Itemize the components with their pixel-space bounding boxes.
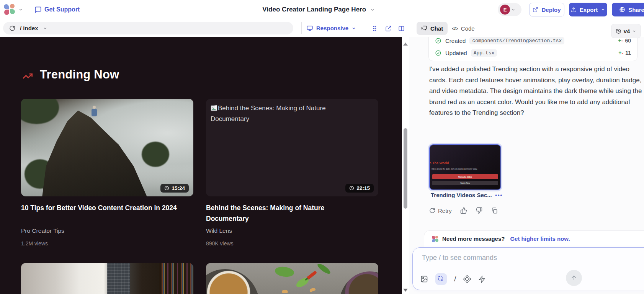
device-mode-label: Responsive bbox=[316, 25, 348, 31]
app-logo-icon bbox=[432, 236, 438, 242]
version-caption[interactable]: Trending Videos Sec... bbox=[431, 192, 492, 198]
chat-input[interactable] bbox=[422, 254, 598, 262]
components-diamond-icon[interactable] bbox=[463, 275, 471, 283]
project-title-group[interactable]: Video Creator Landing Page Hero bbox=[262, 0, 375, 19]
app-window: Get Support Video Creator Landing Page H… bbox=[0, 0, 644, 294]
food-photo bbox=[206, 263, 378, 294]
video-card-thumbnail-partial[interactable] bbox=[206, 263, 378, 294]
upload-icon bbox=[571, 7, 577, 13]
thumbs-down-icon[interactable] bbox=[476, 207, 482, 214]
device-mode-select[interactable]: Responsive bbox=[306, 22, 356, 34]
video-title[interactable]: Behind the Scenes: Making of Nature Docu… bbox=[206, 203, 367, 224]
lightning-icon[interactable] bbox=[478, 276, 485, 283]
video-card-thumbnail-partial[interactable] bbox=[21, 263, 193, 294]
change-action: Updated bbox=[445, 50, 467, 56]
file-change-card: Created components/TrendingSection.tsx +… bbox=[428, 37, 637, 61]
ellipsis-menu-icon[interactable]: ••• bbox=[495, 192, 503, 198]
monitor-icon bbox=[306, 25, 313, 32]
trending-up-icon bbox=[22, 71, 33, 82]
video-title[interactable]: 10 Tips for Better Video Content Creatio… bbox=[21, 203, 182, 213]
mountain-photo bbox=[21, 99, 193, 196]
trending-section-header: Trending Now bbox=[22, 68, 119, 82]
thumbs-up-icon[interactable] bbox=[460, 207, 467, 214]
upgrade-link[interactable]: Get higher limits now. bbox=[510, 235, 570, 242]
version-chevron-down-icon bbox=[632, 29, 636, 33]
version-label: v4 bbox=[624, 28, 630, 34]
split-view-icon[interactable] bbox=[397, 24, 406, 33]
broken-image-icon bbox=[211, 105, 217, 111]
version-caption-row: Trending Videos Sec... ••• bbox=[431, 192, 503, 198]
project-title: Video Creator Landing Page Hero bbox=[262, 6, 366, 13]
duration-badge: 15:24 bbox=[160, 184, 189, 193]
refresh-icon[interactable] bbox=[9, 25, 15, 31]
slash-command-icon[interactable]: / bbox=[454, 275, 456, 283]
file-name: components/TrendingSection.tsx bbox=[469, 37, 564, 44]
panel-divider bbox=[409, 19, 409, 37]
open-in-new-tab-icon[interactable] bbox=[384, 24, 393, 33]
video-channel: Wild Lens bbox=[206, 227, 232, 234]
check-circle-icon bbox=[435, 38, 441, 44]
toolbar: / index Responsive bbox=[0, 19, 644, 37]
trending-section-title: Trending Now bbox=[40, 68, 119, 82]
retry-icon bbox=[429, 207, 435, 214]
composer-toolbar: / bbox=[420, 273, 485, 285]
alt-text: Behind the Scenes: Making of Nature Docu… bbox=[211, 105, 326, 122]
external-link-icon bbox=[533, 7, 538, 13]
account-menu[interactable]: E bbox=[498, 3, 521, 16]
export-chevron-down-icon bbox=[601, 7, 605, 12]
globe-icon bbox=[619, 7, 625, 13]
export-button[interactable]: Export bbox=[569, 3, 607, 16]
version-preview-thumbnail[interactable]: th The World videos around the globe. Jo… bbox=[429, 144, 501, 190]
video-card-thumbnail-broken[interactable]: Behind the Scenes: Making of Nature Docu… bbox=[206, 99, 378, 196]
banner-text: Need more messages? bbox=[442, 235, 505, 242]
scroll-up-arrow-icon[interactable] bbox=[403, 42, 408, 46]
scroll-down-arrow-icon[interactable] bbox=[403, 289, 408, 292]
tab-chat[interactable]: Chat bbox=[417, 22, 448, 35]
clock-icon bbox=[349, 186, 354, 191]
duration-badge: 22:15 bbox=[345, 184, 374, 193]
component-grid-icon[interactable] bbox=[370, 24, 379, 33]
app-logo-icon[interactable] bbox=[4, 4, 15, 15]
copy-icon[interactable] bbox=[491, 207, 498, 214]
file-name: App.tsx bbox=[471, 49, 497, 57]
code-icon: </> bbox=[452, 26, 458, 31]
file-change-row[interactable]: Created components/TrendingSection.tsx +… bbox=[429, 37, 637, 47]
video-channel: Pro Creator Tips bbox=[21, 227, 64, 234]
deploy-label: Deploy bbox=[541, 7, 561, 13]
code-tab-label: Code bbox=[461, 25, 475, 32]
share-label: Share bbox=[628, 7, 644, 13]
chat-bubble-icon bbox=[34, 6, 42, 13]
select-element-icon[interactable] bbox=[435, 273, 447, 285]
route-chevron-down-icon[interactable] bbox=[43, 26, 47, 31]
broken-image-alt: Behind the Scenes: Making of Nature Docu… bbox=[206, 99, 344, 129]
duration-text: 22:15 bbox=[356, 185, 370, 191]
chat-tab-icon bbox=[421, 25, 427, 31]
thumb-primary-button: Upload a Video bbox=[432, 174, 498, 179]
video-views: 890K views bbox=[206, 240, 234, 247]
title-chevron-down-icon bbox=[370, 7, 375, 12]
scrollbar-thumb[interactable] bbox=[404, 128, 407, 209]
tab-code[interactable]: </> Code bbox=[452, 22, 475, 35]
version-history-button[interactable]: v4 bbox=[611, 24, 641, 38]
diff-stat: +-60 bbox=[618, 38, 631, 44]
top-bar-left: Get Support bbox=[4, 0, 80, 19]
preview-scrollbar[interactable] bbox=[402, 37, 409, 294]
chat-panel: Created components/TrendingSection.tsx +… bbox=[409, 37, 644, 294]
route-path: / index bbox=[20, 25, 38, 31]
retry-button[interactable]: Retry bbox=[429, 207, 452, 214]
video-card-thumbnail[interactable]: 15:24 bbox=[21, 99, 193, 196]
deploy-button[interactable]: Deploy bbox=[529, 3, 564, 16]
chat-composer[interactable]: / bbox=[412, 247, 644, 290]
attach-image-icon[interactable] bbox=[420, 275, 428, 283]
thumb-heading: th The World bbox=[429, 161, 449, 165]
retry-label: Retry bbox=[438, 207, 452, 214]
change-action: Created bbox=[445, 38, 466, 44]
share-button[interactable]: Share bbox=[612, 3, 644, 16]
file-change-row[interactable]: Updated App.tsx +-11 bbox=[429, 47, 637, 59]
device-chevron-down-icon bbox=[351, 26, 356, 31]
send-button[interactable] bbox=[566, 270, 582, 286]
logo-chevron-down-icon[interactable] bbox=[18, 7, 23, 12]
thumb-tagline: videos around the globe. Join our growin… bbox=[432, 168, 477, 170]
url-bar[interactable]: / index bbox=[3, 22, 293, 34]
get-support-button[interactable]: Get Support bbox=[34, 6, 80, 13]
